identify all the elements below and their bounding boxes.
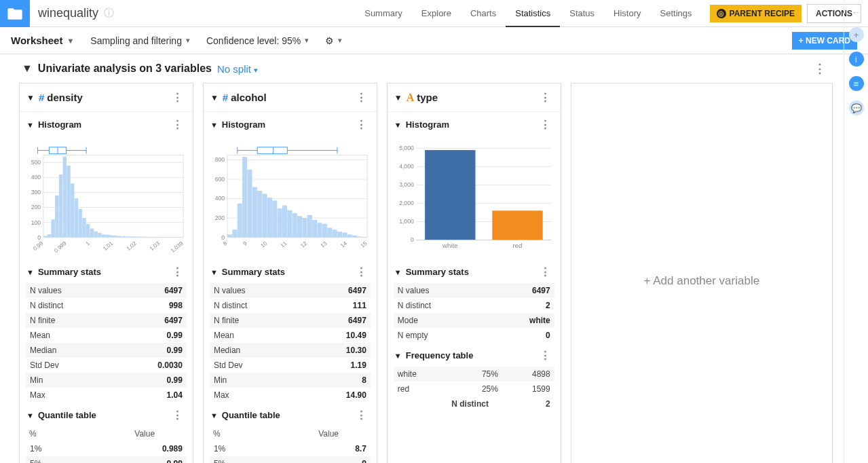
frequency-heading: Frequency table (406, 350, 537, 360)
svg-rect-21 (79, 209, 82, 238)
quantile-table: 1%8.75%9 (210, 441, 371, 463)
section-collapse-icon[interactable]: ▼ (26, 268, 34, 276)
tab-settings[interactable]: Settings (651, 0, 702, 27)
stat-label: N distinct (26, 298, 115, 313)
tab-summary[interactable]: Summary (355, 0, 412, 27)
stat-label: Max (210, 388, 305, 403)
parent-recipe-button[interactable]: ◎PARENT RECIPE (710, 5, 801, 22)
section-menu-icon[interactable]: ⋮ (353, 117, 370, 132)
svg-text:200: 200 (215, 215, 225, 221)
svg-text:0: 0 (37, 234, 41, 241)
quantile-pct: 1% (26, 441, 92, 456)
caret-down-icon: ▾ (186, 36, 190, 45)
section-menu-icon[interactable]: ⋮ (810, 61, 830, 76)
stat-row: N empty0 (394, 328, 554, 343)
summary-stats-table: N values6497N distinct111N finite6497Mea… (210, 283, 371, 403)
worksheet-menu[interactable]: Worksheet▼ (11, 35, 74, 46)
rail-list-icon[interactable]: ≡ (849, 76, 864, 91)
stat-label: Median (26, 343, 115, 358)
svg-text:12: 12 (299, 240, 308, 249)
svg-text:400: 400 (215, 195, 225, 202)
card-menu-icon[interactable]: ⋮ (537, 90, 554, 105)
svg-text:15: 15 (360, 240, 369, 249)
split-menu[interactable]: No split ▾ (217, 63, 258, 75)
svg-rect-82 (282, 206, 287, 238)
sampling-filtering-menu[interactable]: Sampling and filtering▾ (90, 35, 190, 46)
stat-label: Min (26, 373, 115, 388)
quantile-heading: Quantile table (222, 410, 353, 420)
quantile-value: 9 (291, 456, 371, 463)
collapse-rail-icon[interactable]: ← (852, 7, 861, 18)
svg-rect-26 (98, 233, 101, 238)
section-menu-icon[interactable]: ⋮ (353, 408, 370, 422)
stat-row: Std Dev0.0030 (26, 358, 187, 373)
section-collapse-icon[interactable]: ▼ (394, 268, 402, 276)
histogram-heading: Histogram (38, 119, 169, 130)
confidence-level-menu[interactable]: Confidence level: 95%▾ (206, 35, 309, 46)
section-collapse-icon[interactable]: ▼ (22, 62, 33, 75)
rail-comment-icon[interactable]: 💬 (849, 100, 864, 115)
section-menu-icon[interactable]: ⋮ (537, 348, 554, 363)
svg-rect-18 (67, 166, 70, 238)
svg-rect-94 (342, 233, 347, 238)
card-menu-icon[interactable]: ⋮ (353, 90, 370, 105)
section-menu-icon[interactable]: ⋮ (353, 265, 370, 279)
top-nav-tabs: Summary Explore Charts Statistics Status… (355, 0, 701, 27)
stat-label: Std Dev (26, 358, 115, 373)
section-collapse-icon[interactable]: ▼ (26, 411, 34, 420)
section-menu-icon[interactable]: ⋮ (169, 408, 186, 422)
card-collapse-icon[interactable]: ▼ (210, 93, 219, 103)
stat-value: 0.0030 (115, 358, 187, 373)
svg-rect-89 (317, 223, 322, 237)
split-label: No split (217, 63, 251, 75)
stat-label: N distinct (394, 298, 489, 313)
rail-info-icon[interactable]: i (849, 52, 864, 67)
section-collapse-icon[interactable]: ▼ (210, 268, 218, 276)
project-folder-icon[interactable] (0, 0, 30, 27)
svg-text:14: 14 (339, 240, 348, 249)
svg-rect-84 (293, 213, 297, 238)
svg-text:3,000: 3,000 (399, 181, 414, 188)
section-menu-icon[interactable]: ⋮ (537, 117, 554, 132)
svg-rect-86 (302, 218, 307, 238)
stat-value: 1.19 (305, 358, 371, 373)
info-icon[interactable]: ⓘ (104, 7, 114, 20)
quantile-table: 1%0.9895%0.99 (26, 441, 187, 463)
svg-rect-83 (287, 210, 292, 238)
freq-footer: N distinct2 (394, 396, 554, 411)
tab-explore[interactable]: Explore (412, 0, 461, 27)
stat-label: N finite (26, 313, 115, 328)
card-collapse-icon[interactable]: ▼ (26, 93, 35, 103)
variable-name: density (47, 92, 169, 103)
section-collapse-icon[interactable]: ▼ (210, 121, 218, 129)
svg-rect-85 (297, 216, 302, 237)
stat-row: N distinct998 (26, 298, 187, 313)
variable-card-density: ▼ # density ⋮ ▼Histogram⋮ 01002003004005… (19, 83, 193, 463)
tab-history[interactable]: History (604, 0, 650, 27)
quantile-pct: 5% (26, 456, 92, 463)
section-collapse-icon[interactable]: ▼ (394, 121, 402, 129)
svg-text:600: 600 (215, 176, 225, 183)
card-collapse-icon[interactable]: ▼ (394, 93, 402, 103)
freq-label: white (394, 367, 451, 382)
section-collapse-icon[interactable]: ▼ (210, 411, 218, 420)
settings-gear-menu[interactable]: ⚙▾ (325, 35, 342, 46)
section-collapse-icon[interactable]: ▼ (26, 121, 34, 129)
freq-count: 4898 (502, 367, 554, 382)
section-menu-icon[interactable]: ⋮ (169, 265, 186, 279)
section-collapse-icon[interactable]: ▼ (394, 352, 402, 360)
section-menu-icon[interactable]: ⋮ (537, 265, 554, 279)
summary-stats-table: N values6497N distinct2ModewhiteN empty0 (394, 283, 554, 343)
stat-label: N distinct (210, 298, 305, 313)
section-menu-icon[interactable]: ⋮ (169, 117, 186, 132)
add-variable-placeholder[interactable]: + Add another variable (571, 83, 833, 463)
card-menu-icon[interactable]: ⋮ (169, 90, 186, 105)
quantile-col-pct: % (29, 429, 106, 439)
rail-add-icon[interactable]: + (849, 27, 864, 42)
tab-statistics[interactable]: Statistics (506, 0, 560, 27)
tab-charts[interactable]: Charts (461, 0, 506, 27)
tab-status[interactable]: Status (560, 0, 604, 27)
variable-name: alcohol (231, 92, 353, 103)
stat-value: 0 (489, 328, 554, 343)
svg-rect-111 (257, 147, 287, 154)
